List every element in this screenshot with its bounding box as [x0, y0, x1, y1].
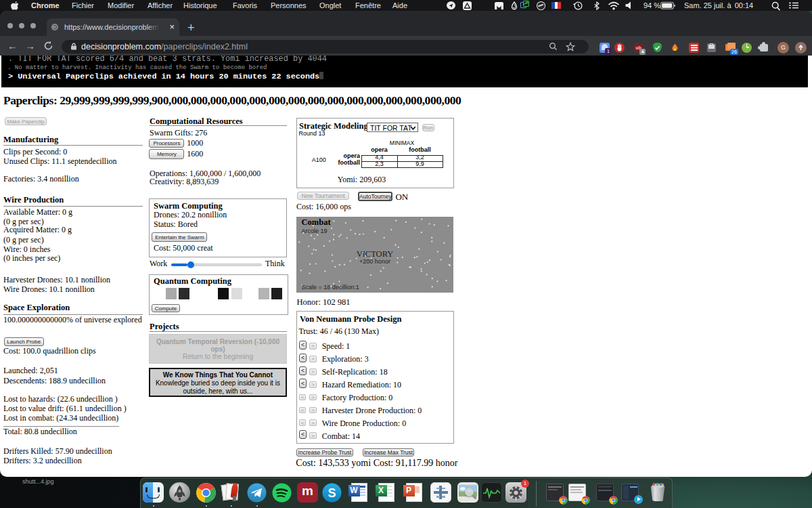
- svg-text:S: S: [328, 486, 336, 500]
